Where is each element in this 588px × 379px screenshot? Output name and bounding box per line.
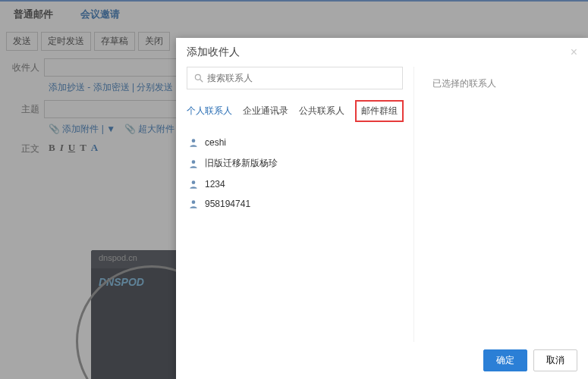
tab-mail-group[interactable]: 邮件群组	[355, 100, 404, 122]
tab-personal-contacts[interactable]: 个人联系人	[187, 105, 232, 117]
person-icon	[188, 199, 199, 209]
modal-title: 添加收件人	[187, 45, 240, 59]
svg-line-1	[200, 80, 203, 83]
person-icon	[188, 158, 199, 169]
svg-point-3	[192, 160, 196, 164]
svg-point-5	[192, 200, 196, 204]
person-icon	[188, 179, 199, 190]
contact-name: ceshi	[205, 137, 226, 148]
selected-contacts-title: 已选择的联系人	[432, 77, 577, 90]
person-icon	[188, 137, 199, 148]
ok-button[interactable]: 确定	[483, 349, 527, 371]
contact-item[interactable]: 958194741	[187, 194, 403, 214]
svg-point-0	[195, 74, 200, 80]
tab-public-contacts[interactable]: 公共联系人	[299, 105, 344, 117]
tab-enterprise-contacts[interactable]: 企业通讯录	[243, 105, 288, 117]
contact-name: 958194741	[205, 199, 250, 209]
svg-point-2	[192, 139, 196, 143]
contact-item[interactable]: ceshi	[187, 133, 403, 152]
svg-point-4	[192, 180, 196, 184]
contact-name: 旧版迁移新版杨珍	[205, 157, 278, 170]
search-input-wrapper[interactable]	[187, 67, 403, 89]
search-input[interactable]	[207, 73, 396, 83]
contact-name: 1234	[205, 179, 225, 190]
contact-item[interactable]: 旧版迁移新版杨珍	[187, 152, 403, 174]
add-recipient-dialog: 添加收件人 × 个人联系人 企业通讯录 公共联系人 邮件群组 ceshi	[176, 38, 588, 379]
contact-list: ceshi 旧版迁移新版杨珍 1234 958194741	[187, 133, 403, 214]
cancel-button[interactable]: 取消	[533, 349, 577, 371]
search-icon	[193, 73, 204, 83]
contact-item[interactable]: 1234	[187, 174, 403, 194]
close-icon[interactable]: ×	[571, 45, 577, 59]
